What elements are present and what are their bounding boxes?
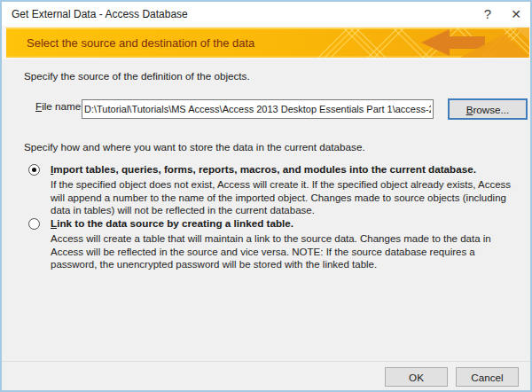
link-option-description: Access will create a table that will mai… — [51, 232, 515, 271]
browse-button-rest: rowse... — [473, 104, 509, 115]
browse-button[interactable]: Browse... — [448, 98, 528, 120]
banner: Select the source and destination of the… — [6, 27, 529, 58]
file-name-label: File name: — [35, 100, 84, 112]
dialog-title: Get External Data - Access Database — [2, 8, 188, 20]
import-option-description: If the specified object does not exist, … — [51, 178, 515, 217]
title-bar: Get External Data - Access Database ? ✕ — [2, 2, 530, 26]
banner-heading: Select the source and destination of the… — [27, 27, 254, 58]
browse-button-mnemonic: B — [466, 104, 473, 115]
link-radio-button[interactable] — [28, 218, 40, 230]
import-radio-button[interactable] — [28, 164, 40, 176]
close-icon[interactable]: ✕ — [502, 2, 530, 26]
file-name-input[interactable] — [82, 99, 434, 119]
cancel-button[interactable]: Cancel — [456, 367, 519, 387]
footer: OK Cancel — [2, 361, 530, 390]
ok-button[interactable]: OK — [385, 367, 448, 387]
import-option-label: Import tables, queries, forms, reports, … — [51, 163, 512, 175]
destination-instruction: Specify how and where you want to store … — [24, 141, 365, 153]
link-option-label: Link to the data source by creating a li… — [51, 217, 512, 229]
link-option: Link to the data source by creating a li… — [28, 217, 512, 271]
import-option-label-rest: mport tables, queries, forms, reports, m… — [53, 163, 476, 175]
get-external-data-dialog: Get External Data - Access Database ? ✕ — [0, 0, 532, 392]
help-icon[interactable]: ? — [473, 2, 502, 26]
import-option: Import tables, queries, forms, reports, … — [28, 163, 512, 217]
link-option-label-rest: ink to the data source by creating a lin… — [57, 217, 293, 229]
file-name-label-rest: ile name: — [42, 100, 83, 112]
banner-row: Select the source and destination of the… — [2, 26, 530, 59]
source-instruction: Specify the source of the definition of … — [24, 70, 250, 82]
